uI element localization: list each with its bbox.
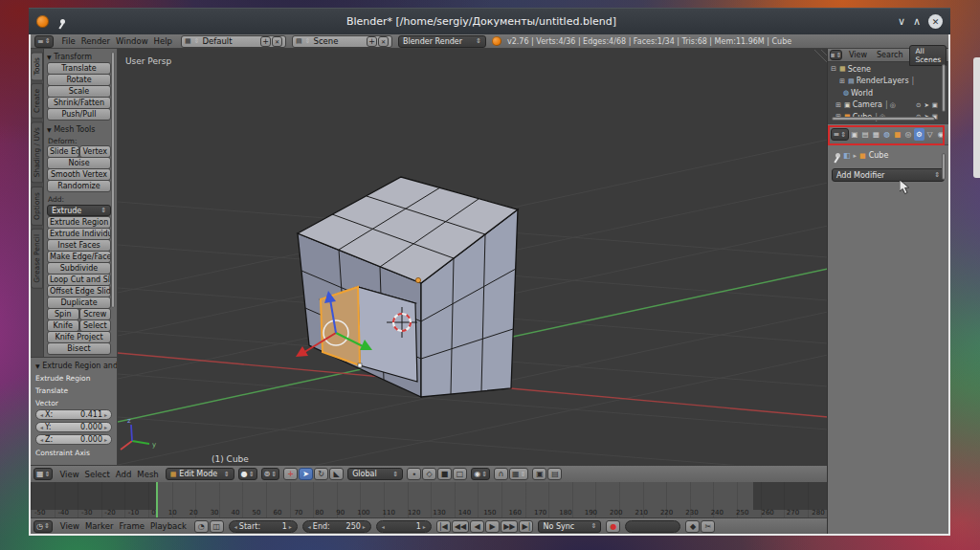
info-menu-item[interactable]: File bbox=[59, 36, 78, 46]
delete-keyframe-button[interactable]: ✂ bbox=[701, 520, 715, 533]
mode-select[interactable]: ▦ Edit Mode ⇕ bbox=[166, 468, 234, 480]
tab-create[interactable]: Create bbox=[31, 83, 43, 119]
area-corner-widget[interactable] bbox=[814, 50, 827, 62]
mesh-tool-button[interactable]: Select bbox=[79, 319, 112, 332]
outliner-vscrollbar[interactable] bbox=[942, 64, 946, 112]
viewport-3d[interactable]: y z User Persp (1) Cube bbox=[117, 49, 827, 465]
info-menu-item[interactable]: Help bbox=[151, 36, 175, 46]
slider-left-arrow-icon[interactable]: ◂ bbox=[40, 436, 43, 443]
selected-vertex[interactable] bbox=[358, 363, 362, 367]
tab-shading-uvs[interactable]: Shading / UVs bbox=[31, 121, 43, 183]
playback-button[interactable]: ▶ bbox=[485, 520, 500, 533]
view3d-menu-item[interactable]: Mesh bbox=[134, 470, 161, 479]
renderability-icon[interactable]: ▣ bbox=[932, 101, 938, 109]
editor-type-timeline-button[interactable]: ◷⇕ bbox=[33, 520, 53, 533]
tab-world[interactable]: ◍ bbox=[881, 128, 891, 141]
frame-start-field[interactable]: ◂ Start:1 ▸ bbox=[229, 520, 298, 533]
transform-panel-header[interactable]: ▼ Transform bbox=[47, 53, 111, 61]
info-menu-item[interactable]: Render bbox=[78, 36, 113, 46]
vertex-select-button[interactable]: ∙ bbox=[407, 468, 421, 480]
pin-icon[interactable] bbox=[835, 153, 840, 158]
tool-shelf-scrollbar[interactable] bbox=[111, 52, 115, 308]
view3d-menu-item[interactable]: Select bbox=[82, 470, 113, 479]
editor-type-properties-button[interactable]: ≡⇕ bbox=[831, 128, 849, 141]
manipulator-rotate-button[interactable]: ↻ bbox=[314, 468, 328, 480]
view3d-menu-item[interactable]: Add bbox=[113, 470, 134, 479]
timeline-menu-item[interactable]: Marker bbox=[82, 521, 116, 531]
proportional-edit-select[interactable]: ◉⇕ bbox=[471, 468, 490, 480]
insert-keyframe-button[interactable]: ◆ bbox=[685, 520, 700, 533]
slider-right-arrow-icon[interactable]: ▸ bbox=[104, 411, 107, 418]
edge-select-button[interactable]: ◇ bbox=[422, 468, 436, 480]
maximize-button[interactable]: ∧ bbox=[913, 16, 921, 27]
view3d-menu-item[interactable]: View bbox=[56, 470, 81, 479]
add-layout-button[interactable]: + bbox=[260, 36, 271, 47]
render-opengl-anim-button[interactable]: ▤ bbox=[547, 468, 562, 480]
frame-end-field[interactable]: ◂ End:250 ▸ bbox=[302, 520, 371, 533]
tab-modifiers[interactable]: ⚙ bbox=[914, 128, 924, 141]
slider-left-arrow-icon[interactable]: ◂ bbox=[234, 523, 237, 530]
extrude-dropdown[interactable]: Extrude ⇕ bbox=[47, 205, 111, 216]
outliner-row-world[interactable]: ◍ World bbox=[828, 87, 941, 99]
scene-field[interactable]: ▤ ⇕ Scene + ✕ bbox=[292, 35, 392, 48]
playback-button[interactable]: ◀◀ bbox=[452, 520, 469, 533]
timeline-ruler[interactable]: -50-40-30-20-100102030405060708090100110… bbox=[31, 482, 827, 517]
delete-scene-button[interactable]: ✕ bbox=[378, 36, 389, 47]
pivot-point-select[interactable]: ⊚⇕ bbox=[261, 468, 280, 480]
timeline-menu-item[interactable]: View bbox=[57, 521, 82, 531]
expander-icon[interactable]: ⊟ bbox=[831, 65, 839, 73]
tab-tools[interactable]: Tools bbox=[31, 52, 43, 80]
slider-right-arrow-icon[interactable]: ▸ bbox=[104, 436, 107, 443]
timeline-menu-item[interactable]: Playback bbox=[147, 521, 189, 531]
tab-scene[interactable]: ▦ bbox=[871, 128, 880, 141]
editor-type-3dview-button[interactable]: ▦⇕ bbox=[33, 468, 53, 480]
tab-options[interactable]: Options bbox=[31, 187, 43, 226]
tab-grease-pencil[interactable]: Grease Pencil bbox=[31, 229, 43, 289]
keying-set-field[interactable] bbox=[625, 520, 680, 533]
transform-orientation-select[interactable]: Global ⇕ bbox=[347, 468, 403, 480]
visibility-eye-icon[interactable]: ⊙ bbox=[916, 101, 921, 109]
tab-render-layers[interactable]: ▤ bbox=[860, 128, 870, 141]
outliner-row-renderlayers[interactable]: ⊞ ▤ RenderLayers | bbox=[828, 76, 941, 88]
slider-left-arrow-icon[interactable]: ◂ bbox=[308, 523, 311, 530]
info-menu-item[interactable]: Window bbox=[113, 36, 151, 46]
mesh-tool-button[interactable]: Knife bbox=[47, 319, 79, 332]
outliner-row-camera[interactable]: ⊞ ▣ Camera | ◎ ⊙ ➤ ▣ bbox=[828, 99, 941, 112]
outliner-row-scene[interactable]: ⊟ ▦ Scene bbox=[828, 63, 941, 76]
minimize-button[interactable]: ∨ bbox=[898, 16, 905, 27]
outliner-hscrollbar[interactable] bbox=[832, 117, 935, 121]
playback-button[interactable]: ▶▶ bbox=[501, 520, 518, 533]
titlebar[interactable]: Blender* [/home/sergiy/Документы/untitle… bbox=[29, 8, 950, 34]
vertex-dot[interactable] bbox=[415, 277, 420, 282]
add-modifier-dropdown[interactable]: Add Modifier ⇕ bbox=[832, 168, 945, 182]
slider-left-arrow-icon[interactable]: ◂ bbox=[382, 523, 385, 530]
mesh-tool-button[interactable]: Vertex bbox=[79, 145, 112, 158]
mesh-tools-panel-header[interactable]: ▼ Mesh Tools bbox=[47, 125, 111, 134]
outliner-menu-view[interactable]: View bbox=[846, 51, 870, 59]
preview-range-button[interactable]: ◔ bbox=[194, 520, 209, 533]
mesh-tool-button[interactable]: Bisect bbox=[47, 342, 111, 355]
outliner-menu-search[interactable]: Search bbox=[874, 51, 905, 59]
render-opengl-button[interactable]: ▣ bbox=[532, 468, 546, 480]
slider-left-arrow-icon[interactable]: ◂ bbox=[40, 424, 43, 430]
delete-layout-button[interactable]: ✕ bbox=[272, 36, 282, 47]
limit-visible-button[interactable]: □ bbox=[453, 468, 467, 480]
pin-icon[interactable] bbox=[60, 19, 65, 24]
editor-type-info-button[interactable]: ≡⇕ bbox=[34, 35, 54, 48]
playback-button[interactable]: ▶| bbox=[519, 520, 533, 533]
selectability-icon[interactable]: ➤ bbox=[924, 101, 928, 109]
tab-render[interactable]: ▣ bbox=[850, 128, 859, 141]
expander-icon[interactable]: ⊞ bbox=[839, 77, 848, 85]
vector-y-slider[interactable]: ◂ Y: 0.000 ▸ bbox=[35, 422, 112, 432]
slider-right-arrow-icon[interactable]: ▸ bbox=[423, 523, 426, 530]
snap-toggle-button[interactable]: ∩ bbox=[494, 468, 508, 480]
tab-object-data[interactable]: ▽ bbox=[925, 128, 935, 141]
operator-panel-header[interactable]: ▼ Extrude Region and bbox=[35, 362, 112, 370]
slider-right-arrow-icon[interactable]: ▸ bbox=[363, 523, 366, 530]
properties-vscrollbar[interactable] bbox=[942, 153, 946, 180]
playback-button[interactable]: ◀ bbox=[470, 520, 484, 533]
editor-type-outliner-button[interactable]: ≣⇕ bbox=[830, 50, 842, 60]
slider-left-arrow-icon[interactable]: ◂ bbox=[40, 411, 43, 418]
tab-constraints[interactable]: ◎ bbox=[903, 128, 913, 141]
transform-tool-button[interactable]: Push/Pull bbox=[47, 108, 111, 121]
